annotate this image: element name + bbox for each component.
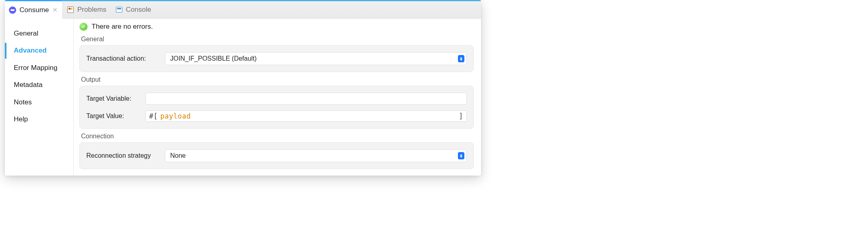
ok-icon — [79, 23, 88, 31]
editor-panel: { "tabs": [ { "label": "Consume", "activ… — [5, 0, 481, 176]
row-target-value: Target Value: #[ payload ] — [86, 109, 467, 123]
sidebar-item-advanced[interactable]: Advanced — [5, 43, 73, 58]
group-box: Reconnection strategy — [79, 142, 474, 169]
tab-label: Console — [126, 6, 151, 14]
group-title: General — [81, 36, 474, 43]
tab-problems[interactable]: Problems — [63, 1, 111, 18]
group-output: Output Target Variable: Target Value: #[… — [79, 76, 474, 129]
status-row: There are no errors. — [79, 23, 474, 31]
sidebar-item-error-mapping[interactable]: Error Mapping — [5, 60, 73, 76]
group-connection: Connection Reconnection strategy — [79, 133, 474, 169]
expr-suffix: ] — [459, 112, 463, 120]
expr-body: payload — [160, 112, 459, 120]
transactional-action-select-wrap — [165, 52, 467, 65]
field-label: Reconnection strategy — [86, 152, 158, 159]
field-label: Transactional action: — [86, 55, 158, 62]
field-label: Target Variable: — [86, 95, 138, 102]
target-variable-input[interactable] — [145, 93, 467, 105]
target-value-input[interactable]: #[ payload ] — [145, 110, 467, 122]
sidebar-item-metadata[interactable]: Metadata — [5, 77, 73, 93]
reconnection-strategy-select[interactable] — [165, 149, 467, 162]
group-box: Target Variable: Target Value: #[ payloa… — [79, 86, 474, 129]
sidebar-item-notes[interactable]: Notes — [5, 95, 73, 110]
sidebar: General Advanced Error Mapping Metadata … — [5, 19, 74, 176]
tab-bar: Consume ✕ Problems Console — [5, 0, 481, 19]
field-label: Target Value: — [86, 112, 138, 120]
sidebar-item-help[interactable]: Help — [5, 112, 73, 127]
tab-label: Problems — [77, 6, 107, 14]
problems-icon — [67, 6, 74, 13]
group-box: Transactional action: — [79, 45, 474, 72]
row-transactional-action: Transactional action: — [86, 51, 467, 67]
sidebar-item-general[interactable]: General — [5, 26, 73, 41]
group-title: Output — [81, 76, 474, 83]
consume-icon — [9, 6, 16, 14]
row-reconnection-strategy: Reconnection strategy — [86, 148, 467, 164]
tab-console[interactable]: Console — [111, 1, 156, 18]
content: There are no errors. General Transaction… — [74, 19, 481, 176]
transactional-action-select[interactable] — [165, 52, 467, 65]
tab-label: Consume — [19, 6, 49, 14]
group-general: General Transactional action: — [79, 36, 474, 72]
status-message: There are no errors. — [92, 23, 153, 31]
group-title: Connection — [81, 133, 474, 140]
expr-prefix: #[ — [149, 112, 158, 120]
console-icon — [115, 6, 123, 13]
row-target-variable: Target Variable: — [86, 91, 467, 106]
tab-consume[interactable]: Consume ✕ — [5, 0, 63, 19]
reconnection-strategy-select-wrap — [165, 149, 467, 162]
close-icon[interactable]: ✕ — [52, 6, 58, 14]
body: General Advanced Error Mapping Metadata … — [5, 19, 481, 176]
